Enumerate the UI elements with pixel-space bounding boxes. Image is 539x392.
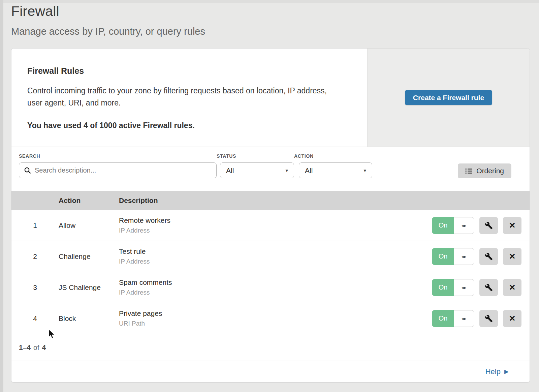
usage-summary: You have used 4 of 1000 active Firewall …	[27, 121, 344, 130]
intro-aside: Create a Firewall rule	[367, 49, 530, 147]
search-label: SEARCH	[19, 153, 217, 159]
action-label: ACTION	[294, 153, 372, 159]
pagination-total: 4	[42, 343, 46, 352]
edit-rule-button[interactable]	[479, 310, 498, 327]
rule-description: Test rule	[119, 247, 416, 255]
rule-priority: 1	[11, 221, 59, 230]
rule-enabled-toggle[interactable]: On ◂▸	[432, 279, 474, 296]
delete-rule-button[interactable]: ✕	[503, 248, 521, 265]
action-selected-value: All	[305, 167, 313, 175]
status-label: STATUS	[217, 153, 294, 159]
firewall-rules-card: Firewall Rules Control incoming traffic …	[11, 48, 530, 383]
page-top-edge	[0, 0, 539, 3]
wrench-icon	[485, 221, 493, 230]
delete-rule-button[interactable]: ✕	[503, 279, 521, 296]
rule-description-cell: Private pages URI Path	[119, 309, 416, 327]
intro-section: Firewall Rules Control incoming traffic …	[11, 49, 530, 147]
wrench-icon	[485, 283, 493, 292]
rule-enabled-toggle[interactable]: On ◂▸	[432, 217, 474, 234]
table-header: Action Description	[11, 191, 530, 210]
rule-match-type: URI Path	[119, 320, 416, 327]
search-icon	[24, 167, 31, 174]
rule-enabled-toggle[interactable]: On ◂▸	[432, 310, 474, 327]
close-icon: ✕	[509, 283, 515, 292]
rule-enabled-toggle[interactable]: On ◂▸	[432, 248, 474, 265]
rule-priority: 3	[11, 283, 59, 292]
pagination-range: 1–4	[19, 343, 31, 352]
page-header: Firewall Manage access by IP, country, o…	[11, 3, 205, 37]
chevron-down-icon: ▾	[363, 168, 366, 174]
rule-controls: On ◂▸ ✕	[416, 217, 530, 234]
toggle-arrows-icon: ◂▸	[454, 248, 474, 265]
rule-description: Private pages	[119, 309, 416, 318]
toggle-arrows-icon: ◂▸	[454, 217, 474, 234]
chevron-down-icon: ▾	[285, 168, 288, 174]
wrench-icon	[485, 314, 493, 323]
toggle-on-label: On	[432, 310, 454, 327]
rule-action: Block	[59, 314, 119, 323]
rule-action: Challenge	[59, 252, 119, 261]
status-select[interactable]: All ▾	[220, 162, 294, 178]
toggle-arrows-icon: ◂▸	[454, 279, 474, 296]
wrench-icon	[485, 252, 493, 261]
page-subtitle: Manage access by IP, country, or query r…	[11, 26, 205, 37]
page-left-edge	[0, 0, 3, 392]
search-filter-group: SEARCH	[19, 153, 217, 178]
status-filter-group: STATUS All ▾	[217, 153, 294, 178]
table-row: 1 Allow Remote workers IP Address On ◂▸ …	[11, 210, 530, 241]
rule-description: Remote workers	[119, 216, 416, 224]
table-row: 4 Block Private pages URI Path On ◂▸ ✕	[11, 303, 530, 334]
rule-match-type: IP Address	[119, 289, 416, 296]
help-link[interactable]: Help ▶	[485, 367, 509, 376]
help-arrow-icon: ▶	[504, 368, 509, 375]
ordering-button[interactable]: Ordering	[458, 163, 511, 178]
rule-description-cell: Test rule IP Address	[119, 247, 416, 265]
close-icon: ✕	[509, 221, 515, 230]
rule-match-type: IP Address	[119, 227, 416, 234]
intro-main: Firewall Rules Control incoming traffic …	[11, 49, 367, 147]
rule-action: Allow	[59, 221, 119, 230]
card-description: Control incoming traffic to your zone by…	[27, 85, 344, 109]
delete-rule-button[interactable]: ✕	[503, 310, 521, 327]
action-select[interactable]: All ▾	[299, 162, 372, 178]
search-input[interactable]	[35, 167, 212, 174]
edit-rule-button[interactable]	[479, 279, 498, 296]
close-icon: ✕	[509, 252, 515, 261]
toggle-on-label: On	[432, 217, 454, 234]
rule-controls: On ◂▸ ✕	[416, 279, 530, 296]
close-icon: ✕	[509, 314, 515, 323]
toggle-on-label: On	[432, 279, 454, 296]
help-link-label: Help	[485, 367, 501, 376]
page-title: Firewall	[11, 3, 205, 19]
edit-rule-button[interactable]	[479, 248, 498, 265]
toggle-arrows-icon: ◂▸	[454, 310, 474, 327]
rule-action: JS Challenge	[59, 283, 119, 292]
rule-controls: On ◂▸ ✕	[416, 310, 530, 327]
card-footer: Help ▶	[11, 361, 530, 382]
ordering-button-label: Ordering	[476, 167, 504, 175]
column-header-action: Action	[59, 197, 119, 205]
rule-description-cell: Remote workers IP Address	[119, 216, 416, 234]
pagination-summary: 1–4 of 4	[11, 334, 530, 361]
rule-match-type: IP Address	[119, 258, 416, 265]
pagination-of: of	[33, 343, 39, 352]
rule-priority: 4	[11, 314, 59, 323]
column-header-description: Description	[119, 197, 416, 205]
filters-bar: SEARCH STATUS All ▾ ACTION All ▾	[11, 147, 530, 191]
delete-rule-button[interactable]: ✕	[503, 217, 521, 234]
create-firewall-rule-button[interactable]: Create a Firewall rule	[405, 90, 492, 105]
toggle-on-label: On	[432, 248, 454, 265]
ordering-list-icon	[465, 168, 472, 174]
rule-controls: On ◂▸ ✕	[416, 248, 530, 265]
action-filter-group: ACTION All ▾	[294, 153, 372, 178]
table-row: 2 Challenge Test rule IP Address On ◂▸ ✕	[11, 241, 530, 272]
search-box[interactable]	[19, 162, 217, 178]
table-row: 3 JS Challenge Spam comments IP Address …	[11, 272, 530, 303]
rule-description-cell: Spam comments IP Address	[119, 278, 416, 296]
edit-rule-button[interactable]	[479, 217, 498, 234]
rule-priority: 2	[11, 252, 59, 261]
status-selected-value: All	[226, 167, 234, 175]
card-heading: Firewall Rules	[27, 66, 344, 76]
rule-description: Spam comments	[119, 278, 416, 287]
